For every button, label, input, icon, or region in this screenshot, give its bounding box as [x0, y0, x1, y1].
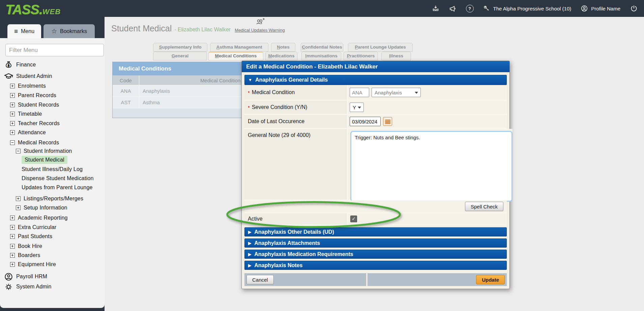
dialog-footer: Cancel Update	[244, 273, 507, 286]
sidebar-item-boarders[interactable]: +Boarders	[10, 251, 40, 260]
cancel-button[interactable]: Cancel	[246, 275, 274, 284]
sidebar-item-book-hire[interactable]: +Book Hire	[10, 242, 42, 251]
expand-icon[interactable]: +	[10, 112, 15, 116]
section-general-details[interactable]: ▼ Anaphylaxis General Details	[244, 75, 507, 85]
sidebar-item-student-records[interactable]: +Student Records	[10, 101, 59, 109]
medical-updates-warning-icon	[255, 22, 265, 27]
help-icon[interactable]: ?	[466, 5, 474, 12]
calendar-icon[interactable]	[383, 117, 392, 126]
section-label: Anaphylaxis Attachments	[254, 240, 320, 246]
field-active: Active ✓	[244, 213, 507, 225]
expand-icon[interactable]: +	[10, 225, 15, 230]
expand-icon[interactable]: +	[10, 216, 15, 220]
section-anaphylaxis-medication-requirements[interactable]: ▶Anaphylaxis Medication Requirements	[244, 250, 507, 259]
sidebar-item-label: System Admin	[16, 284, 52, 290]
medical-updates-warning[interactable]: Medical Updates Warning	[232, 18, 288, 33]
hamburger-icon: ≡	[14, 28, 18, 35]
required-asterisk: *	[248, 90, 250, 95]
profile-menu[interactable]: Profile Name	[581, 5, 620, 12]
sidebar-item-payroll-hrm[interactable]: Payroll HRM	[4, 272, 47, 281]
sidebar-item-setup-information[interactable]: +Setup Information	[16, 203, 67, 212]
sidebar-item-academic-reporting[interactable]: +Academic Reporting	[10, 214, 68, 222]
sidebar-item-label: Academic Reporting	[18, 215, 68, 221]
severe-condition-select[interactable]: Y	[350, 103, 364, 112]
expand-icon[interactable]: +	[16, 196, 21, 201]
sidebar-item-updates-from-parent-lounge[interactable]: Updates from Parent Lounge	[22, 183, 93, 192]
active-checkbox[interactable]: ✓	[350, 216, 357, 222]
download-icon[interactable]	[432, 5, 439, 12]
sidebar-item-medical-records[interactable]: −Medical Records	[10, 138, 59, 147]
school-switcher[interactable]: The Alpha Progressive School (10)	[483, 5, 572, 12]
tab-practitioners[interactable]: Practitioners	[344, 52, 378, 60]
sidebar-item-system-admin[interactable]: System Admin	[4, 282, 52, 291]
triangle-down-icon: ▼	[248, 78, 252, 82]
collapse-icon[interactable]: −	[10, 140, 15, 145]
sidebar-item-finance[interactable]: $Finance	[4, 60, 36, 69]
sidebar-item-teacher-records[interactable]: +Teacher Records	[10, 119, 60, 128]
sidebar-item-label: Finance	[16, 62, 36, 68]
tab-illness[interactable]: Illness	[381, 52, 411, 60]
expand-icon[interactable]: +	[10, 121, 15, 126]
sidebar-item-student-admin[interactable]: Student Admin	[4, 72, 52, 81]
tab-general[interactable]: General	[153, 52, 207, 60]
expand-icon[interactable]: +	[10, 244, 15, 249]
sidebar-panel: $FinanceStudent Admin+Enrolments+Parent …	[0, 38, 105, 308]
tass-logo: TASS.WEB	[5, 2, 61, 17]
sidebar-item-student-illness-daily-log[interactable]: Student Illness/Daily Log	[22, 165, 83, 174]
sidebar-item-parent-records[interactable]: +Parent Records	[10, 91, 56, 100]
expand-icon[interactable]: +	[10, 103, 15, 107]
tab-supplementary-info[interactable]: Supplementary Info	[153, 43, 207, 52]
section-anaphylaxis-attachments[interactable]: ▶Anaphylaxis Attachments	[244, 238, 507, 248]
expand-icon[interactable]: +	[10, 262, 15, 267]
sidebar-item-attendance[interactable]: +Attendance	[10, 128, 46, 137]
update-button[interactable]: Update	[476, 275, 505, 284]
sidebar-item-timetable[interactable]: +Timetable	[10, 110, 42, 118]
sidebar-item-equipment-hire[interactable]: +Equipment Hire	[10, 260, 56, 269]
spell-check-button[interactable]: Spell Check	[465, 202, 503, 211]
collapse-icon[interactable]: −	[16, 149, 21, 153]
sidebar-item-label: Enrolments	[18, 83, 46, 89]
general-note-textarea[interactable]: Trigger: Nuts and Bee stings.	[350, 131, 513, 202]
sidebar-item-student-information[interactable]: −Student Information	[16, 147, 72, 156]
tab-immunisations[interactable]: Immunisations	[301, 52, 341, 60]
expand-icon[interactable]: +	[10, 253, 15, 258]
sidebar-tab-menu[interactable]: ≡ Menu	[7, 24, 41, 38]
expand-icon[interactable]: +	[10, 93, 15, 98]
announcements-icon[interactable]	[449, 5, 457, 12]
date-input[interactable]	[350, 117, 381, 126]
sidebar-item-label: Teacher Records	[18, 120, 60, 126]
tab-confidential-notes[interactable]: Confidential Notes	[301, 43, 343, 52]
sidebar-item-label: Student Information	[24, 148, 72, 154]
expand-icon[interactable]: +	[16, 205, 21, 210]
filter-menu-input[interactable]	[5, 44, 104, 56]
dialog-title: Edit a Medical Condition - Elizabeth Lil…	[242, 61, 509, 72]
expand-icon[interactable]: +	[10, 84, 15, 88]
page-title: Student Medical- Elizabeth Lilac Walker	[111, 24, 231, 33]
svg-text:$: $	[8, 63, 9, 67]
key-icon	[483, 5, 490, 12]
condition-name-select[interactable]: Anaphylaxis	[372, 88, 421, 97]
sidebar-item-listings-reports-merges[interactable]: +Listings/Reports/Merges	[16, 194, 83, 203]
triangle-right-icon: ▶	[248, 263, 251, 268]
sidebar-item-enrolments[interactable]: +Enrolments	[10, 82, 46, 90]
section-label: Anaphylaxis Other Details (UD)	[254, 229, 334, 235]
sidebar-item-label: Book Hire	[18, 243, 42, 249]
tab-parent-lounge-updates[interactable]: Parent Lounge Updates	[348, 43, 413, 52]
logout-icon[interactable]	[630, 4, 638, 12]
sidebar-tab-bookmarks[interactable]: ☆ Bookmarks	[43, 24, 95, 38]
sidebar-item-extra-curricular[interactable]: +Extra Curricular	[10, 223, 56, 232]
expand-icon[interactable]: +	[10, 234, 15, 239]
sidebar-item-student-medical[interactable]: Student Medical	[22, 156, 67, 164]
tab-notes[interactable]: Notes	[271, 43, 295, 52]
sidebar-item-label: Parent Records	[18, 92, 56, 98]
sidebar-item-dispense-student-medication[interactable]: Dispense Student Medication	[22, 174, 94, 183]
tab-medications[interactable]: Medications	[265, 52, 297, 60]
tab-medical-conditions[interactable]: Medical Conditions	[208, 52, 263, 60]
section-anaphylaxis-notes[interactable]: ▶Anaphylaxis Notes	[244, 261, 507, 270]
section-anaphylaxis-other-details-ud[interactable]: ▶Anaphylaxis Other Details (UD)	[244, 227, 507, 236]
expand-icon[interactable]: +	[10, 130, 15, 135]
tab-asthma-management[interactable]: Asthma Management	[210, 43, 268, 52]
condition-code-input[interactable]	[350, 88, 369, 97]
field-date-last-occurence: Date of Last Occurence	[244, 115, 507, 129]
sidebar-item-past-students[interactable]: +Past Students	[10, 232, 52, 241]
